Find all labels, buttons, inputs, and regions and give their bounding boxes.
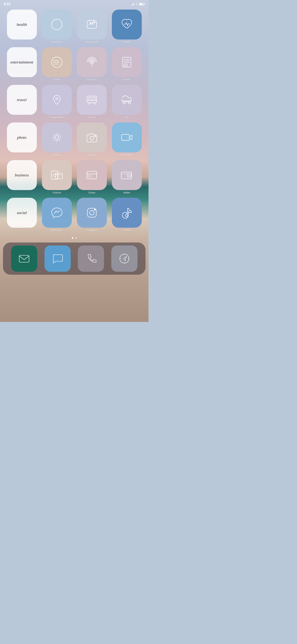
app-label-podcasts: Podcasts: [87, 78, 97, 81]
app-label-spotify: Spotify: [53, 78, 61, 81]
app-kindle[interactable]: Kindle: [110, 47, 143, 81]
app-icon-wallet: [112, 160, 142, 190]
page-dot-1[interactable]: [72, 237, 73, 239]
app-label-instagram: Instagram: [86, 229, 97, 232]
folder-icon-health-folder: health: [7, 10, 37, 40]
app-icon-transit: [77, 85, 107, 115]
app-icon-chase: [77, 160, 107, 190]
svg-point-22: [128, 102, 131, 104]
svg-point-2: [94, 22, 95, 23]
app-tiktok[interactable]: TikTok: [110, 198, 143, 232]
app-business-folder[interactable]: business: [5, 160, 38, 194]
svg-rect-17: [93, 98, 95, 100]
svg-point-7: [91, 61, 92, 62]
app-headspace[interactable]: Headspace: [40, 10, 73, 44]
app-grid: health Headspace ZZ Sleep Cycle Health: [4, 10, 144, 232]
app-google-maps[interactable]: Google Maps: [40, 85, 73, 119]
folder-icon-entertainment-folder: entertainment: [7, 47, 37, 77]
app-label-wallet: Wallet: [123, 191, 130, 194]
svg-rect-43: [19, 256, 29, 262]
app-photo-folder[interactable]: photo: [5, 122, 38, 156]
app-facetime[interactable]: FaceTime: [110, 122, 143, 156]
app-health-folder[interactable]: health: [5, 10, 38, 44]
svg-rect-28: [51, 171, 58, 179]
app-label-photos: Photos: [53, 154, 60, 156]
app-label-sleep-cycle: Sleep Cycle: [85, 41, 98, 44]
svg-marker-45: [123, 256, 127, 261]
app-label-headspace: Headspace: [51, 41, 63, 44]
folder-icon-travel-folder: travel: [7, 85, 37, 115]
svg-rect-13: [124, 65, 128, 66]
folder-icon-social-folder: social: [7, 198, 37, 228]
dock-phone[interactable]: [78, 246, 104, 272]
svg-rect-33: [87, 171, 97, 179]
folder-icon-photo-folder: photo: [7, 122, 37, 152]
svg-rect-27: [122, 134, 129, 140]
app-podcasts[interactable]: Podcasts: [75, 47, 108, 81]
dock-safari[interactable]: [111, 246, 137, 272]
signal-bars-icon: [131, 3, 134, 6]
dock-messages[interactable]: [44, 246, 71, 272]
svg-text:ZZ: ZZ: [90, 22, 93, 25]
svg-rect-29: [55, 173, 62, 179]
app-messenger[interactable]: Messenger: [40, 198, 73, 232]
app-instagram[interactable]: Instagram: [75, 198, 108, 232]
app-icon-health: [112, 10, 142, 40]
folder-label-social-folder: social: [15, 209, 28, 217]
app-sleep-cycle[interactable]: ZZ Sleep Cycle: [75, 10, 108, 44]
svg-rect-36: [121, 172, 132, 179]
svg-rect-16: [88, 98, 91, 100]
app-label-kindle: Kindle: [123, 78, 130, 81]
app-chase[interactable]: Chase: [75, 160, 108, 194]
app-label-google-maps: Google Maps: [49, 116, 64, 119]
svg-point-21: [123, 102, 125, 104]
svg-rect-37: [127, 174, 131, 177]
app-label-camera: Camera: [87, 154, 96, 156]
app-lyft[interactable]: Lyft: [110, 85, 143, 119]
app-transit[interactable]: Transit: [75, 85, 108, 119]
app-entertainment-folder[interactable]: entertainment: [5, 47, 38, 81]
svg-point-32: [53, 174, 56, 176]
app-wallet[interactable]: Wallet: [110, 160, 143, 194]
dock-mail[interactable]: [11, 246, 37, 272]
folder-label-business-folder: business: [13, 171, 30, 179]
app-label-health: Health: [123, 41, 130, 44]
battery-icon: [139, 3, 145, 6]
dock: [3, 242, 146, 275]
app-icon-sleep-cycle: ZZ: [77, 10, 107, 40]
app-icon-outlook: [42, 160, 72, 190]
app-outlook[interactable]: Outlook: [40, 160, 73, 194]
app-icon-podcasts: [77, 47, 107, 77]
app-label-messenger: Messenger: [51, 229, 63, 232]
status-bar: 8:53: [0, 0, 148, 8]
status-icons: [131, 3, 145, 6]
svg-point-24: [53, 134, 60, 141]
app-travel-folder[interactable]: travel: [5, 85, 38, 119]
app-social-folder[interactable]: social: [5, 198, 38, 232]
svg-point-38: [128, 175, 130, 176]
folder-label-photo-folder: photo: [15, 134, 28, 142]
svg-rect-26: [95, 136, 96, 136]
svg-point-0: [52, 19, 62, 30]
svg-point-14: [56, 98, 58, 100]
app-spotify[interactable]: Spotify: [40, 47, 73, 81]
app-label-facetime: FaceTime: [121, 154, 132, 156]
folder-label-travel-folder: travel: [15, 96, 28, 104]
app-photos[interactable]: Photos: [40, 122, 73, 156]
folder-label-entertainment-folder: entertainment: [9, 58, 35, 66]
svg-rect-35: [88, 176, 91, 177]
app-label-chase: Chase: [88, 191, 95, 194]
app-icon-instagram: [77, 198, 107, 228]
svg-point-42: [94, 209, 95, 210]
page-dots: [0, 237, 148, 239]
app-camera[interactable]: Camera: [75, 122, 108, 156]
page-dot-2[interactable]: [75, 237, 77, 239]
app-icon-photos: [42, 122, 72, 152]
app-icon-kindle: [112, 47, 142, 77]
app-icon-messenger: [42, 198, 72, 228]
app-icon-lyft: [112, 85, 142, 115]
app-label-lyft: Lyft: [125, 116, 128, 119]
app-icon-spotify: [42, 47, 72, 77]
app-label-outlook: Outlook: [52, 191, 61, 194]
app-health[interactable]: Health: [110, 10, 143, 44]
